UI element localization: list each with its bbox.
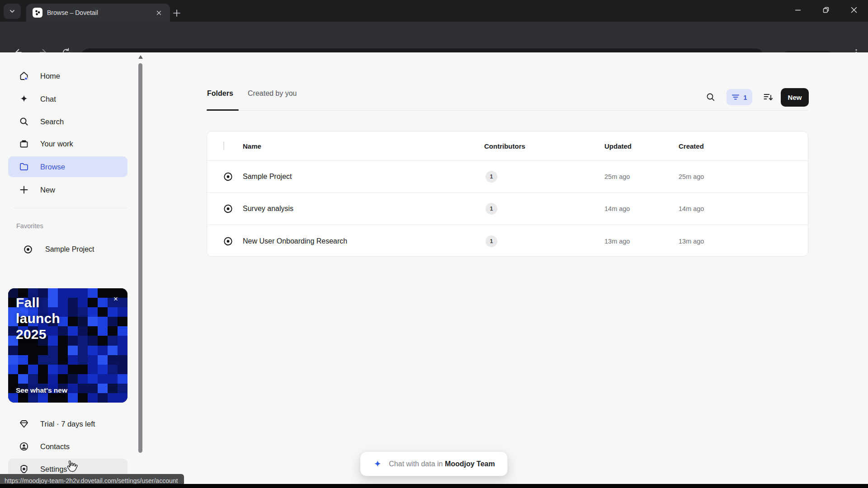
work-icon	[19, 139, 29, 149]
plus-icon	[19, 185, 29, 195]
sidebar-item-new[interactable]: New	[8, 179, 127, 200]
sidebar-item-contacts[interactable]: Contacts	[8, 436, 127, 457]
chat-with-data-button[interactable]: Chat with data in Moodjoy Team	[360, 451, 508, 476]
row-created: 14m ago	[679, 205, 704, 212]
sidebar-item-label: Contacts	[40, 442, 70, 451]
tab-title: Browse – Dovetail	[47, 9, 154, 16]
promo-cta-link[interactable]: See what's new	[16, 386, 67, 394]
active-tab-underline	[207, 109, 239, 111]
sidebar: Home Chat Search Your work Browse	[0, 52, 145, 488]
row-updated: 25m ago	[604, 173, 630, 180]
row-name[interactable]: Sample Project	[243, 173, 292, 181]
browser-tab[interactable]: Browse – Dovetail	[26, 4, 170, 22]
promo-card-fall-launch[interactable]: Fall launch 2025 × See what's new	[8, 288, 127, 403]
window-restore-button[interactable]	[812, 0, 840, 20]
home-icon	[19, 71, 29, 81]
sidebar-item-home[interactable]: Home	[8, 66, 127, 86]
table-row[interactable]: Survey analysis 1 14m ago 14m ago	[207, 193, 808, 225]
row-updated: 14m ago	[604, 205, 630, 212]
table-row[interactable]: New User Onboarding Research 1 13m ago 1…	[207, 225, 808, 257]
column-header-updated[interactable]: Updated	[604, 142, 632, 150]
row-created: 25m ago	[679, 173, 704, 180]
team-name: Moodjoy Team	[445, 460, 495, 468]
sparkle-icon	[19, 94, 29, 104]
promo-close-icon[interactable]: ×	[110, 294, 121, 305]
filter-count-badge: 1	[743, 94, 747, 101]
sidebar-item-label: New	[40, 186, 55, 194]
row-name[interactable]: New User Onboarding Research	[243, 237, 347, 245]
browser-toolbar: moodjoy-team-2h2v.dovetail.com/browse In…	[0, 22, 868, 52]
sidebar-scrollbar[interactable]	[138, 63, 142, 453]
favorite-item-sample-project[interactable]: Sample Project	[8, 239, 127, 260]
search-icon[interactable]	[704, 91, 717, 103]
folders-table: Name Contributors Updated Created Sample…	[207, 131, 808, 257]
sort-button[interactable]	[761, 91, 775, 103]
contacts-icon	[19, 441, 29, 451]
column-header-contributors[interactable]: Contributors	[484, 142, 525, 150]
search-icon	[19, 117, 29, 127]
row-created: 13m ago	[679, 238, 704, 245]
promo-title: Fall launch 2025	[16, 295, 60, 342]
sidebar-item-chat[interactable]: Chat	[8, 89, 127, 109]
sidebar-item-your-work[interactable]: Your work	[8, 133, 127, 154]
sidebar-item-label: Your work	[40, 140, 73, 148]
window-controls	[784, 0, 868, 20]
tab-folders[interactable]: Folders	[207, 89, 233, 109]
contributor-avatar[interactable]: 1	[486, 203, 497, 215]
sidebar-item-label: Browse	[40, 163, 65, 171]
tab-created-by-you[interactable]: Created by you	[248, 89, 297, 109]
contributor-avatar[interactable]: 1	[486, 171, 497, 183]
sidebar-item-label: Home	[40, 72, 60, 80]
contributor-avatar[interactable]: 1	[486, 235, 497, 247]
browser-tabstrip: Browse – Dovetail	[0, 0, 868, 22]
sidebar-item-label: Search	[40, 117, 64, 126]
row-updated: 13m ago	[604, 238, 630, 245]
sidebar-item-label: Chat	[40, 95, 56, 103]
row-name[interactable]: Survey analysis	[243, 205, 293, 213]
project-icon	[223, 236, 233, 246]
project-icon	[223, 204, 233, 214]
sidebar-item-trial[interactable]: Trial · 7 days left	[8, 413, 127, 434]
sidebar-item-browse[interactable]: Browse	[8, 156, 127, 177]
status-url-text: https://moodjoy-team-2h2v.dovetail.com/s…	[5, 477, 178, 484]
select-all-checkbox[interactable]	[223, 141, 224, 150]
project-icon	[24, 245, 33, 254]
sidebar-scrollbar-arrow[interactable]	[138, 55, 143, 59]
tab-search-button[interactable]	[4, 4, 21, 19]
window-minimize-button[interactable]	[784, 0, 812, 20]
window-close-button[interactable]	[840, 0, 868, 20]
sidebar-item-label: Trial · 7 days left	[40, 420, 95, 428]
sparkle-blue-icon	[373, 460, 382, 469]
filter-button[interactable]: 1	[726, 89, 752, 105]
table-body: Sample Project 1 25m ago 25m ago Survey …	[207, 161, 808, 257]
dovetail-browse-page: Home Chat Search Your work Browse	[0, 52, 868, 488]
chat-pill-text: Chat with data in Moodjoy Team	[389, 460, 495, 468]
settings-icon	[19, 464, 29, 474]
table-header: Name Contributors Updated Created	[207, 131, 808, 161]
tab-close-icon[interactable]	[154, 8, 164, 18]
sidebar-item-label: Settings	[40, 465, 67, 474]
new-folder-button[interactable]: New	[781, 88, 809, 107]
bottom-edge	[0, 484, 868, 488]
column-header-created[interactable]: Created	[679, 142, 704, 150]
project-icon	[223, 172, 233, 182]
gem-icon	[19, 419, 29, 429]
dovetail-favicon-icon	[33, 8, 42, 18]
favorite-item-label: Sample Project	[45, 245, 94, 253]
table-row[interactable]: Sample Project 1 25m ago 25m ago	[207, 161, 808, 193]
favorites-heading: Favorites	[16, 222, 43, 230]
sidebar-divider	[14, 208, 127, 208]
new-tab-button[interactable]	[171, 7, 183, 19]
chevron-down-icon	[9, 8, 16, 15]
column-header-name[interactable]: Name	[243, 142, 261, 150]
filter-icon	[731, 94, 740, 101]
browse-tabs: Folders Created by you	[207, 89, 808, 111]
sidebar-item-search[interactable]: Search	[8, 111, 127, 132]
folder-icon	[19, 162, 29, 172]
